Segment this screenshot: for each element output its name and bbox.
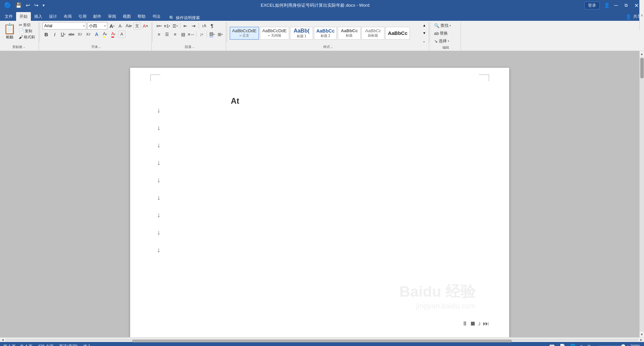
tab-file[interactable]: 文件 — [1, 12, 16, 21]
multilevel-button[interactable]: ☰▾ — [171, 22, 179, 30]
highlight-color-button[interactable]: A ▾ — [101, 31, 109, 38]
paste-button[interactable]: 📋 粘贴 — [2, 22, 17, 40]
paragraph-expand-icon[interactable]: ⌄ — [192, 46, 195, 49]
distributed-button[interactable]: ≡↔ — [187, 31, 195, 38]
clear-format-button[interactable]: A ✕ — [142, 22, 149, 30]
font-grow-button[interactable]: A+ — [108, 22, 116, 30]
select-button[interactable]: ↘ 选择 ▾ — [433, 38, 450, 45]
document-area[interactable]: At ↓ ↓ ↓ ↓ ↓ ↓ ↓ ↓ ↓ Baidu 经验 jingyan.ba… — [0, 51, 639, 337]
italic-button[interactable]: I — [51, 31, 58, 38]
underline-button[interactable]: U ▾ — [59, 31, 67, 38]
align-left-button[interactable]: ≡ — [155, 31, 163, 38]
vertical-scrollbar[interactable]: ▲ ▼ — [639, 51, 644, 337]
increase-indent-button[interactable]: ⇥ — [190, 22, 197, 30]
media-btn-1[interactable]: ⏸ — [462, 320, 468, 327]
styles-expand-icon[interactable]: ⌄ — [331, 46, 333, 49]
font-name-selector[interactable]: Arial ▾ — [43, 22, 86, 30]
superscript-button[interactable]: X2 — [85, 31, 92, 38]
zoom-in-button[interactable]: + — [627, 344, 629, 346]
align-right-button[interactable]: ≡ — [171, 31, 179, 38]
ribbon-collapse-button[interactable]: ∧ — [639, 0, 644, 30]
style-subtitle[interactable]: AaBbCc 副标题 — [362, 27, 384, 40]
tab-references[interactable]: 引用 — [75, 12, 90, 21]
clipboard-group-label: 剪贴板 ⌄ — [2, 44, 36, 50]
horizontal-scrollbar[interactable]: ◄ ► — [0, 337, 644, 342]
sort-button[interactable]: ↕A — [200, 22, 208, 30]
copy-button[interactable]: 📄 复制 — [18, 28, 36, 34]
font-shrink-button[interactable]: A- — [117, 22, 124, 30]
clipboard-expand-icon[interactable]: ⌄ — [23, 46, 25, 49]
tab-help[interactable]: 帮助 — [134, 12, 149, 21]
zoom-out-button[interactable]: ─ — [594, 344, 597, 346]
redo-icon[interactable]: ↪ — [33, 2, 40, 9]
subscript-button[interactable]: X2 — [76, 31, 84, 38]
justify-button[interactable]: ▤ — [179, 31, 187, 38]
restore-button[interactable]: ⧉ — [622, 2, 630, 9]
para-row1: ≡•▾ ≡1▾ ☰▾ ⇤ ⇥ ↕A ¶ — [155, 22, 216, 30]
line-spacing-button[interactable]: ↕▾ — [198, 31, 205, 38]
cut-button[interactable]: ✂ 剪切 — [18, 22, 36, 28]
style-title-big[interactable]: AaBbCc — [385, 27, 410, 40]
scroll-down-arrow[interactable]: ▼ — [640, 332, 644, 337]
tab-home[interactable]: 开始 — [16, 12, 31, 21]
media-btn-4[interactable]: ⏭ — [483, 320, 489, 327]
replace-button[interactable]: ab 替换 — [433, 30, 449, 37]
bold-button[interactable]: B — [43, 31, 50, 38]
undo-icon[interactable]: ↩ — [24, 2, 32, 9]
find-button[interactable]: 🔍 查找 ▾ — [433, 22, 452, 29]
media-btn-2[interactable]: ⏹ — [470, 320, 476, 327]
view-print-icon[interactable]: 📄 — [558, 343, 566, 346]
numbering-button[interactable]: ≡1▾ — [163, 22, 171, 30]
format-painter-button[interactable]: 🖌 格式刷 — [18, 34, 36, 40]
char-border-button[interactable]: A — [118, 31, 125, 38]
minimize-button[interactable]: ─ — [611, 2, 621, 9]
media-btn-3[interactable]: ♪ — [478, 320, 481, 327]
style-normal[interactable]: AaBbCcDdE ↵ 正文 — [230, 27, 259, 40]
tab-review[interactable]: 审阅 — [105, 12, 119, 21]
scroll-thumb[interactable] — [640, 58, 644, 78]
strikethrough-button[interactable]: abc — [68, 31, 75, 38]
tab-mailings[interactable]: 邮件 — [90, 12, 105, 21]
shading-button[interactable]: ▧ ▾ — [208, 31, 216, 38]
font-expand-icon[interactable]: ⌄ — [99, 46, 101, 49]
style-heading[interactable]: AaBbCc 标题 — [338, 27, 361, 40]
tab-layout[interactable]: 布局 — [60, 12, 75, 21]
borders-button[interactable]: ⊞▾ — [216, 31, 224, 38]
save-icon[interactable]: 💾 — [14, 2, 23, 9]
align-center-button[interactable]: ☰ — [163, 31, 171, 38]
bullets-button[interactable]: ≡•▾ — [155, 22, 163, 30]
tab-calligraphy[interactable]: 书法 — [149, 12, 164, 21]
style-h1[interactable]: AaBb( 标题 1 — [290, 27, 313, 40]
change-case-button[interactable]: Aa▾ — [125, 22, 132, 30]
zoom-level[interactable]: 200% — [630, 344, 641, 346]
search-placeholder[interactable]: 操作说明搜索 — [176, 15, 200, 21]
style-h2[interactable]: AaBbCc 标题 2 — [314, 27, 337, 40]
h-scroll-right-arrow[interactable]: ► — [639, 338, 644, 342]
login-button[interactable]: 登录 — [584, 2, 600, 9]
view-read-icon[interactable]: 📖 — [548, 343, 556, 346]
h-scroll-left-arrow[interactable]: ◄ — [0, 338, 5, 342]
tab-insert[interactable]: 插入 — [31, 12, 46, 21]
styles-scroll-up[interactable]: ▲ — [422, 23, 427, 28]
style-nospace[interactable]: AaBbCcDdE ↵ 无间隔 — [260, 27, 289, 40]
text-effect-button[interactable]: A — [93, 31, 100, 38]
scroll-up-arrow[interactable]: ▲ — [640, 51, 644, 57]
arrow-7: ↓ — [157, 206, 482, 224]
view-web-icon[interactable]: 🌐 — [569, 343, 577, 346]
styles-scroll-down[interactable]: ▼ — [422, 31, 427, 35]
customize-icon[interactable]: ▾ — [41, 2, 46, 8]
tab-design[interactable]: 设计 — [46, 12, 60, 21]
zoom-indicator[interactable] — [621, 344, 625, 346]
view-outline-icon[interactable]: ≡ — [579, 344, 584, 346]
font-color-button[interactable]: A ▾ — [110, 31, 117, 38]
phonetic-button[interactable]: 文 — [133, 22, 141, 30]
font-size-selector[interactable]: 小四 ▾ — [87, 22, 107, 30]
styles-expand[interactable]: ⌄ — [422, 39, 427, 43]
h-scroll-track[interactable] — [5, 339, 639, 341]
document-page: At ↓ ↓ ↓ ↓ ↓ ↓ ↓ ↓ ↓ Baidu 经验 jingyan.ba… — [130, 68, 509, 337]
tab-view[interactable]: 视图 — [119, 12, 134, 21]
show-marks-button[interactable]: ¶ — [208, 22, 216, 30]
view-draft-icon[interactable]: ⊟ — [586, 344, 592, 346]
h-scroll-thumb[interactable] — [132, 340, 512, 342]
decrease-indent-button[interactable]: ⇤ — [182, 22, 189, 30]
